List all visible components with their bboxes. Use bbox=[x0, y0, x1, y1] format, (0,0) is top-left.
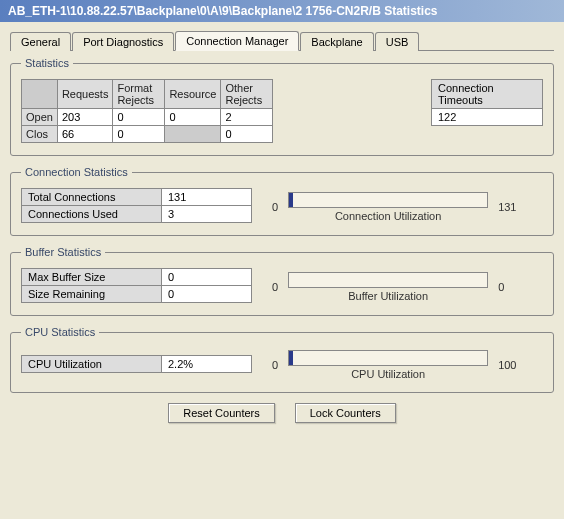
connection-util-label: Connection Utilization bbox=[335, 210, 441, 222]
buffer-statistics-group: Buffer Statistics Max Buffer Size 0 Size… bbox=[10, 246, 554, 316]
connections-used-value: 3 bbox=[162, 206, 252, 223]
buffer-util-bar bbox=[288, 272, 488, 288]
cell-open-format-rejects: 0 bbox=[113, 109, 165, 126]
connection-util-row: 0 Connection Utilization 131 bbox=[272, 192, 516, 222]
header-blank bbox=[22, 80, 58, 109]
tab-port-diagnostics[interactable]: Port Diagnostics bbox=[72, 32, 174, 51]
cell-open-other-rejects: 2 bbox=[221, 109, 273, 126]
cpu-util-max: 100 bbox=[498, 359, 516, 371]
cell-clos-format-rejects: 0 bbox=[113, 126, 165, 143]
connection-statistics-legend: Connection Statistics bbox=[21, 166, 132, 178]
cpu-util-caption: CPU Utilization bbox=[351, 368, 425, 380]
table-row: Size Remaining 0 bbox=[22, 286, 252, 303]
max-buffer-value: 0 bbox=[162, 269, 252, 286]
table-row: Connections Used 3 bbox=[22, 206, 252, 223]
window-content: General Port Diagnostics Connection Mana… bbox=[0, 22, 564, 433]
connection-statistics-group: Connection Statistics Total Connections … bbox=[10, 166, 554, 236]
conn-util-min: 0 bbox=[272, 201, 278, 213]
size-remaining-label: Size Remaining bbox=[22, 286, 162, 303]
tab-connection-manager[interactable]: Connection Manager bbox=[175, 31, 299, 51]
statistics-group: Statistics Requests Format Rejects Resou… bbox=[10, 57, 554, 156]
buffer-util-min: 0 bbox=[272, 281, 278, 293]
header-format-rejects: Format Rejects bbox=[113, 80, 165, 109]
table-row: CPU Utilization 2.2% bbox=[22, 356, 252, 373]
buffer-statistics-legend: Buffer Statistics bbox=[21, 246, 105, 258]
cpu-util-fill bbox=[289, 351, 293, 365]
table-row: Max Buffer Size 0 bbox=[22, 269, 252, 286]
button-row: Reset Counters Lock Counters bbox=[10, 403, 554, 423]
cell-open-resource: 0 bbox=[165, 109, 221, 126]
cell-clos-other-rejects: 0 bbox=[221, 126, 273, 143]
tab-strip: General Port Diagnostics Connection Mana… bbox=[10, 30, 554, 51]
table-row: Open 203 0 0 2 bbox=[22, 109, 273, 126]
cpu-kv-table: CPU Utilization 2.2% bbox=[21, 355, 252, 373]
connection-util-fill bbox=[289, 193, 293, 207]
cell-clos-requests: 66 bbox=[57, 126, 112, 143]
cpu-statistics-legend: CPU Statistics bbox=[21, 326, 99, 338]
window-title: AB_ETH-1\10.88.22.57\Backplane\0\A\9\Bac… bbox=[8, 4, 438, 18]
buffer-util-label: Buffer Utilization bbox=[348, 290, 428, 302]
table-row: Total Connections 131 bbox=[22, 189, 252, 206]
statistics-legend: Statistics bbox=[21, 57, 73, 69]
cpu-util-min: 0 bbox=[272, 359, 278, 371]
tab-usb[interactable]: USB bbox=[375, 32, 420, 51]
total-connections-label: Total Connections bbox=[22, 189, 162, 206]
cpu-util-value: 2.2% bbox=[162, 356, 252, 373]
row-open-label: Open bbox=[22, 109, 58, 126]
header-resource: Resource bbox=[165, 80, 221, 109]
cpu-util-bar bbox=[288, 350, 488, 366]
total-connections-value: 131 bbox=[162, 189, 252, 206]
table-row: Clos 66 0 0 bbox=[22, 126, 273, 143]
buffer-kv-table: Max Buffer Size 0 Size Remaining 0 bbox=[21, 268, 252, 303]
connection-kv-table: Total Connections 131 Connections Used 3 bbox=[21, 188, 252, 223]
cell-clos-resource bbox=[165, 126, 221, 143]
statistics-table: Requests Format Rejects Resource Other R… bbox=[21, 79, 273, 143]
buffer-util-max: 0 bbox=[498, 281, 504, 293]
conn-util-max: 131 bbox=[498, 201, 516, 213]
cpu-statistics-group: CPU Statistics CPU Utilization 2.2% 0 CP… bbox=[10, 326, 554, 393]
stats-window: AB_ETH-1\10.88.22.57\Backplane\0\A\9\Bac… bbox=[0, 0, 564, 433]
reset-counters-button[interactable]: Reset Counters bbox=[168, 403, 274, 423]
tab-backplane[interactable]: Backplane bbox=[300, 32, 373, 51]
cpu-util-row: 0 CPU Utilization 100 bbox=[272, 350, 516, 380]
header-other-rejects: Other Rejects bbox=[221, 80, 273, 109]
cpu-util-label: CPU Utilization bbox=[22, 356, 162, 373]
header-requests: Requests bbox=[57, 80, 112, 109]
title-bar: AB_ETH-1\10.88.22.57\Backplane\0\A\9\Bac… bbox=[0, 0, 564, 22]
cell-open-requests: 203 bbox=[57, 109, 112, 126]
connection-timeouts-box: Connection Timeouts 122 bbox=[431, 79, 543, 126]
connection-timeouts-value: 122 bbox=[432, 109, 542, 125]
row-clos-label: Clos bbox=[22, 126, 58, 143]
connection-timeouts-label: Connection Timeouts bbox=[432, 80, 542, 109]
size-remaining-value: 0 bbox=[162, 286, 252, 303]
lock-counters-button[interactable]: Lock Counters bbox=[295, 403, 396, 423]
connections-used-label: Connections Used bbox=[22, 206, 162, 223]
tab-general[interactable]: General bbox=[10, 32, 71, 51]
buffer-util-row: 0 Buffer Utilization 0 bbox=[272, 272, 504, 302]
connection-util-bar bbox=[288, 192, 488, 208]
max-buffer-label: Max Buffer Size bbox=[22, 269, 162, 286]
